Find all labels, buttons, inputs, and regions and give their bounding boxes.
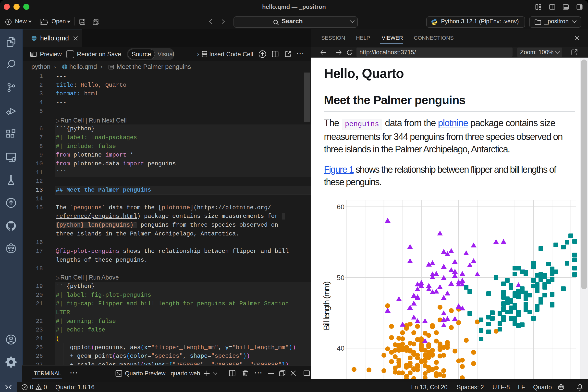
svg-text:Bill length (mm): Bill length (mm): [322, 282, 331, 330]
svg-text:50: 50: [337, 274, 344, 282]
svg-text:40: 40: [337, 344, 344, 352]
svg-text:60: 60: [337, 203, 344, 211]
